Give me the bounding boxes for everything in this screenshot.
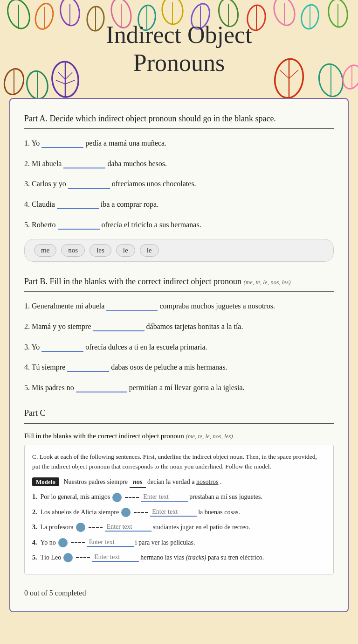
item-1-after: prestaban a mí sus juguetes.: [189, 492, 262, 502]
part-a-sentence-2: 2. Mi abuela daba muchos besos.: [24, 158, 334, 170]
modelo-blank: nos: [130, 476, 146, 489]
part-b-sentence-1: 1. Generalmente mi abuela compraba mucho…: [24, 300, 334, 312]
item-5-num: 5.: [32, 553, 37, 563]
circle-icon-3: [76, 523, 85, 532]
part-b-label: Part B. Fill in the blanks with the corr…: [24, 276, 334, 287]
part-a-label: Part A. Decide which indirect object pro…: [24, 113, 334, 125]
part-c-input-1[interactable]: [141, 493, 188, 502]
sentence-text: iba a comprar ropa.: [101, 198, 158, 210]
part-c-divider: [24, 423, 334, 424]
part-b-blank-4[interactable]: [67, 362, 109, 372]
part-b-blank-1[interactable]: [106, 301, 158, 311]
part-b-sentence-4: 4. Tú siempre dabas osos de peluche a mi…: [24, 361, 334, 373]
item-4-after: i para ver las películas.: [135, 538, 195, 548]
dashed-line-3: [89, 527, 103, 528]
sentence-text: ofrecíamos unos chocolates.: [112, 178, 196, 190]
modelo-text: Nuestros padres siempre: [63, 478, 129, 485]
sentence-text: dabas osos de peluche a mis hermanas.: [111, 361, 227, 373]
word-chip-les: les: [90, 244, 111, 257]
sentence-text: compraba muchos juguetes a nosotros.: [159, 300, 275, 312]
part-c-label: Part C: [24, 407, 334, 419]
part-c-input-2[interactable]: [150, 508, 197, 517]
part-a-blank-5[interactable]: [58, 220, 100, 230]
dashed-line-5: [76, 557, 90, 558]
part-a-blank-3[interactable]: [68, 179, 110, 189]
item-3-before: La profesora: [41, 522, 74, 532]
item-2-after: la buenas cosas.: [198, 507, 240, 518]
word-chip-nos: nos: [61, 244, 85, 257]
part-c-input-4[interactable]: [87, 539, 134, 547]
part-c-item-4: 4. Yo no i para ver las películas.: [32, 538, 326, 548]
part-a-blank-2[interactable]: [63, 159, 105, 168]
modelo-rest: decían la verdad a: [147, 478, 196, 485]
part-c-section: Part C Fill in the blanks with the corre…: [24, 407, 334, 597]
sentence-num: 4. Tú siempre: [24, 361, 65, 373]
sentence-num: 2. Mamá y yo siempre: [24, 321, 91, 333]
sentence-num: 5. Roberto: [24, 219, 56, 231]
part-b-blank-3[interactable]: [41, 342, 83, 352]
score-bar: 0 out of 5 completed: [24, 584, 334, 597]
part-b-sentence-2: 2. Mamá y yo siempre dábamos tarjetas bo…: [24, 321, 334, 333]
word-chip-le2: le: [140, 244, 159, 257]
item-5-after: hermano las vías (tracks) para su tren e…: [140, 553, 264, 563]
dashed-line-1: [125, 497, 139, 498]
part-c-sublabel: Fill in the blanks with the correct indi…: [24, 432, 334, 440]
sentence-text: daba muchos besos.: [107, 158, 167, 170]
circle-icon-5: [63, 553, 73, 562]
sentence-num: 2. Mi abuela: [24, 158, 62, 170]
sentence-text: pedía a mamá una muñeca.: [85, 137, 166, 149]
item-1-before: Por lo general, mis amigos: [41, 492, 110, 502]
part-a-section: Part A. Decide which indirect object pro…: [24, 113, 334, 262]
sentence-text: permitían a mí llevar gorra a la iglesia…: [129, 382, 245, 394]
part-b-blank-5[interactable]: [76, 383, 127, 392]
part-a-blank-4[interactable]: [57, 199, 99, 209]
part-b-sentence-3: 3. Yo ofrecía dulces a ti en la escuela …: [24, 341, 334, 353]
item-1-num: 1.: [32, 492, 37, 502]
part-c-item-1: 1. Por lo general, mis amigos prestaban …: [32, 492, 326, 502]
part-c-input-5[interactable]: [92, 553, 139, 562]
page-title: Indirect Object Pronouns: [106, 21, 252, 77]
item-2-before: Los abuelos de Alicia siempre: [41, 507, 119, 518]
part-b-label-text: Part B. Fill in the blanks with the corr…: [24, 277, 241, 286]
modelo-line: Modelo Nuestros padres siempre nos decía…: [32, 476, 326, 489]
item-4-num: 4.: [32, 538, 37, 548]
item-5-before: Tío Leo: [41, 553, 62, 563]
circle-icon-1: [112, 493, 122, 502]
sentence-num: 4. Claudia: [24, 198, 55, 210]
part-c-box: C. Look at each of the following sentenc…: [24, 445, 334, 575]
header: Indirect Object Pronouns: [0, 0, 358, 98]
title-line1: Indirect Object: [106, 21, 252, 48]
content-card: Part A. Decide which indirect object pro…: [9, 98, 349, 612]
part-c-instructions: C. Look at each of the following sentenc…: [32, 452, 326, 472]
sentence-num: 1. Yo: [24, 137, 40, 149]
circle-icon-2: [121, 508, 131, 517]
sentence-text: dábamos tarjetas bonitas a la tía.: [146, 321, 243, 333]
word-chip-me: me: [34, 244, 56, 257]
part-a-sentence-3: 3. Carlos y yo ofrecíamos unos chocolate…: [24, 178, 334, 190]
part-c-item-2: 2. Los abuelos de Alicia siempre la buen…: [32, 507, 326, 518]
word-bank: me nos les le le: [24, 239, 334, 262]
sentence-num: 3. Carlos y yo: [24, 178, 66, 190]
svg-line-32: [58, 72, 65, 79]
part-c-item-3: 3. La profesora studiantes jugar en el p…: [32, 522, 326, 532]
sentence-num: 1. Generalmente mi abuela: [24, 300, 104, 312]
part-a-sentence-1: 1. Yo pedía a mamá una muñeca.: [24, 137, 334, 149]
svg-line-35: [65, 80, 75, 84]
sentence-num: 3. Yo: [24, 341, 40, 353]
part-b-blank-2[interactable]: [93, 322, 145, 331]
svg-line-33: [65, 72, 72, 79]
svg-line-38: [280, 70, 289, 78]
modelo-period: .: [220, 478, 222, 485]
item-3-num: 3.: [32, 522, 37, 532]
part-a-sentence-4: 4. Claudia iba a comprar ropa.: [24, 198, 334, 210]
part-c-input-3[interactable]: [105, 523, 151, 532]
part-a-blank-1[interactable]: [41, 138, 83, 148]
item-3-after: studiantes jugar en el patio de recreo.: [153, 522, 250, 532]
sentence-text: ofrecía dulces a ti en la escuela primar…: [85, 341, 207, 353]
word-chip-le1: le: [116, 244, 135, 257]
title-line2: Pronouns: [133, 49, 225, 76]
modelo-badge: Modelo: [32, 477, 59, 486]
score-text: 0 out of 5 completed: [24, 589, 86, 597]
part-c-item-5: 5. Tío Leo hermano las vías (tracks) par…: [32, 553, 326, 563]
part-b-sentence-5: 5. Mis padres no permitían a mí llevar g…: [24, 382, 334, 394]
